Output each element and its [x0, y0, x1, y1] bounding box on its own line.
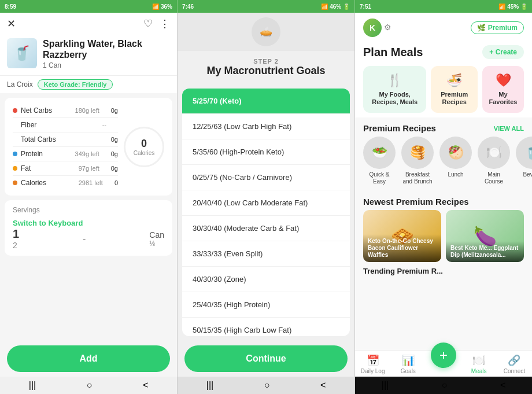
- macro-item-5[interactable]: 30/30/40 (Moderate Carb & Fat): [182, 216, 350, 241]
- keto-badge[interactable]: Keto Grade: Friendly: [38, 79, 113, 90]
- connect-label: Connect: [504, 368, 525, 374]
- main-course-label: Main Course: [478, 171, 510, 185]
- phone-nav-1: ||| ○ <: [0, 377, 177, 394]
- icons-3: 📶 45% 🔋: [498, 3, 527, 10]
- more-icon[interactable]: ⋮: [160, 17, 170, 30]
- nav-back-icon[interactable]: <: [143, 380, 148, 391]
- total-carbs-row: Total Carbs 0g: [13, 132, 118, 147]
- add-button[interactable]: Add: [7, 345, 170, 372]
- recipe-breakfast[interactable]: 🥞 Breakfast and Brunch: [401, 137, 434, 185]
- nav-connect[interactable]: 🔗 Connect: [497, 354, 532, 374]
- daily-log-icon: 📅: [367, 354, 379, 367]
- plan-meals-top: Plan Meals + Create: [355, 40, 532, 61]
- food-info: Sparkling Water, Black Razzberry 1 Can: [43, 38, 170, 69]
- trending-label: Trending Premium R...: [355, 262, 532, 277]
- premium-recipes-label: Premium Recipes: [437, 91, 472, 106]
- switch-keyboard-btn[interactable]: Switch to Keyboard: [13, 219, 83, 227]
- breakfast-image: 🥞: [401, 137, 434, 169]
- daily-log-label: Daily Log: [361, 368, 385, 374]
- newest-recipes-header: Newest Premium Recipes: [355, 191, 532, 210]
- bottom-nav: 📅 Daily Log 📊 Goals + 🍽️ Meals 🔗 Connect: [355, 350, 532, 377]
- main-course-image: 🍽️: [478, 137, 510, 169]
- phone-nav-2: ||| ○ <: [178, 377, 354, 394]
- lunch-label: Lunch: [448, 171, 463, 178]
- premium-recipes-header: Premium Recipes VIEW ALL: [355, 117, 532, 137]
- nav-menu-icon-3[interactable]: |||: [382, 380, 389, 391]
- close-icon[interactable]: ✕: [7, 17, 16, 30]
- premium-badge[interactable]: 🌿 Premium: [471, 21, 524, 34]
- macro-item-7[interactable]: 40/30/30 (Zone): [182, 267, 350, 292]
- fab-add-button[interactable]: +: [431, 343, 456, 368]
- nav-goals[interactable]: 📊 Goals: [390, 354, 426, 374]
- category-favorites[interactable]: ❤️ My Favorites: [482, 66, 524, 113]
- food-image: 🥤: [7, 38, 37, 68]
- brand-label: La Croix: [7, 80, 33, 89]
- macro-item-6[interactable]: 33/33/33 (Even Split): [182, 241, 350, 267]
- brand-keto-row: La Croix Keto Grade: Friendly: [0, 76, 177, 93]
- lunch-image: 🥙: [439, 137, 472, 169]
- macro-item-4[interactable]: 20/40/40 (Low Carb Moderate Fat): [182, 190, 350, 216]
- goals-icon: 📊: [402, 354, 415, 367]
- macro-item-1[interactable]: 12/25/63 (Low Carb High Fat): [182, 114, 350, 139]
- nutrition-card: Net Carbs 180g left 0g Fiber --: [5, 98, 172, 196]
- step-header: STEP 2 My Macronutrient Goals: [178, 51, 354, 84]
- macro-item-2[interactable]: 5/35/60 (High-Protein Keto): [182, 139, 350, 165]
- macro-item-0[interactable]: 5/25/70 (Keto): [182, 89, 350, 114]
- premium-recipes-icon: 🍜: [437, 73, 472, 88]
- newest-recipes-section: 🧇 Keto On-the-Go Cheesy Bacon Cauliflowe…: [355, 210, 532, 262]
- nav-home-icon-2[interactable]: ○: [264, 380, 270, 391]
- continue-button[interactable]: Continue: [184, 345, 348, 372]
- avatar[interactable]: K: [363, 19, 382, 37]
- gear-icon[interactable]: ⚙: [384, 23, 394, 33]
- quick-easy-image: 🥗: [363, 137, 396, 169]
- time-1: 8:59: [5, 3, 16, 10]
- food-header-top: ✕ ♡ ⋮: [0, 13, 177, 32]
- newest-card-2[interactable]: 🍆 Best Keto Me... Eggplant Dip (Melitzan…: [446, 210, 524, 262]
- nav-meals[interactable]: 🍽️ Meals: [461, 354, 497, 374]
- newest-card-1[interactable]: 🧇 Keto On-the-Go Cheesy Bacon Cauliflowe…: [363, 210, 441, 262]
- servings-row: Servings Switch to Keyboard 1 2 - Can ⅛: [5, 200, 172, 256]
- meals-label: Meals: [471, 368, 487, 374]
- net-carbs-row: Net Carbs 180g left 0g: [13, 104, 118, 118]
- favorites-icon: ❤️: [488, 73, 518, 88]
- macro-item-9[interactable]: 50/15/35 (High Carb Low Fat): [182, 318, 350, 336]
- panels-container: ✕ ♡ ⋮ 🥤 Sparkling Water, Black Razzberry…: [0, 13, 532, 394]
- fiber-row: Fiber --: [13, 118, 118, 132]
- servings-controls: 1 2 - Can ⅛: [13, 227, 164, 250]
- recipe-main-course[interactable]: 🍽️ Main Course: [478, 137, 510, 185]
- breakfast-label: Breakfast and Brunch: [401, 171, 434, 185]
- time-3: 7:51: [360, 3, 371, 10]
- panel-food-detail: ✕ ♡ ⋮ 🥤 Sparkling Water, Black Razzberry…: [0, 13, 178, 394]
- plan-meals-header: K ⚙ 🌿 Premium: [355, 13, 532, 40]
- recipe-beverage[interactable]: 🥤 Beve...: [516, 137, 532, 185]
- icons-2: 📶 46% 🔋: [321, 3, 350, 10]
- nav-home-icon[interactable]: ○: [87, 380, 93, 391]
- create-button[interactable]: + Create: [482, 45, 524, 59]
- food-name: Sparkling Water, Black Razzberry: [43, 38, 170, 60]
- heart-icon[interactable]: ♡: [143, 17, 153, 30]
- my-foods-icon: 🍴: [369, 73, 420, 88]
- macro-item-8[interactable]: 25/40/35 (High Protein): [182, 292, 350, 318]
- status-section-2: 7:46 📶 46% 🔋: [178, 0, 355, 13]
- nav-home-icon-3[interactable]: ○: [442, 380, 448, 391]
- panel-plan-meals: K ⚙ 🌿 Premium Plan Meals + Create 🍴 My F…: [355, 13, 532, 394]
- status-bar: 8:59 📶 36% 7:46 📶 46% 🔋 7:51 📶 45% 🔋: [0, 0, 532, 13]
- calories-row: Calories 2981 left 0: [13, 176, 118, 190]
- premium-recipes-list: 🥗 Quick & Easy 🥞 Breakfast and Brunch 🥙 …: [355, 137, 532, 191]
- nav-menu-icon[interactable]: |||: [29, 380, 36, 391]
- phone-nav-3: ||| ○ <: [355, 377, 532, 394]
- protein-row: Protein 349g left 0g: [13, 147, 118, 161]
- macro-item-3[interactable]: 0/25/75 (No-Carb / Carnivore): [182, 165, 350, 190]
- nav-daily-log[interactable]: 📅 Daily Log: [355, 354, 390, 374]
- recipe-quick-easy[interactable]: 🥗 Quick & Easy: [363, 137, 396, 185]
- recipe-lunch[interactable]: 🥙 Lunch: [439, 137, 472, 185]
- nav-menu-icon-2[interactable]: |||: [206, 380, 213, 391]
- nav-back-icon-2[interactable]: <: [320, 380, 326, 391]
- icons-1: 📶 36%: [152, 3, 172, 10]
- nav-back-icon-3[interactable]: <: [500, 380, 505, 391]
- fat-row: Fat 97g left 0g: [13, 161, 118, 176]
- nutrition-list: Net Carbs 180g left 0g Fiber --: [13, 104, 118, 190]
- food-header: 🥤 Sparkling Water, Black Razzberry 1 Can: [0, 32, 177, 76]
- category-my-foods[interactable]: 🍴 My Foods, Recipes, Meals: [363, 66, 426, 113]
- category-premium[interactable]: 🍜 Premium Recipes: [431, 66, 478, 113]
